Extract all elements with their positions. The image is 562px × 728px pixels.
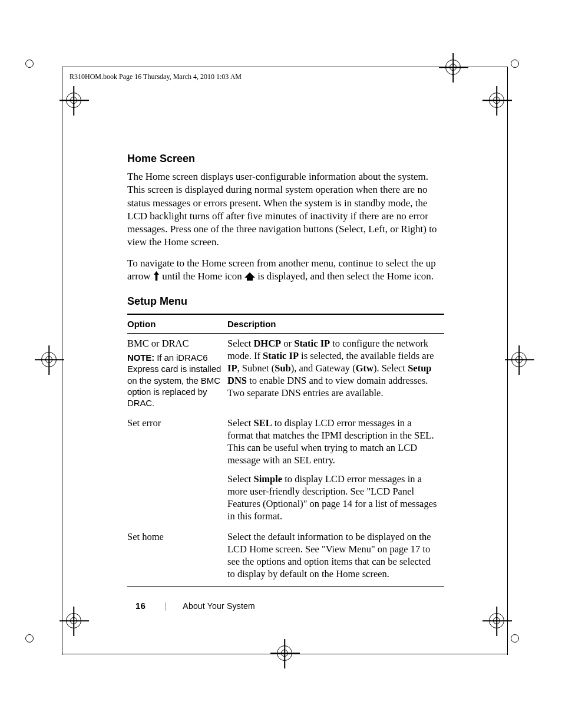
- option-bmc-drac: BMC or DRAC: [127, 337, 222, 350]
- home-icon: [244, 271, 255, 284]
- crop-target: [445, 60, 461, 75]
- heading-home-screen: Home Screen: [127, 152, 444, 166]
- option-set-home: Set home: [127, 527, 227, 587]
- crop-target: [277, 645, 292, 661]
- paragraph-home-1: The Home screen displays user-configurab…: [127, 170, 444, 249]
- page-number: 16: [135, 601, 146, 611]
- crop-target: [41, 352, 57, 367]
- page-content: Home Screen The Home screen displays use…: [127, 152, 444, 587]
- crop-target: [511, 352, 527, 367]
- table-row: Set error Select SEL to display LCD erro…: [127, 413, 444, 527]
- page-footer: 16 | About Your System: [135, 600, 255, 612]
- col-header-description: Description: [227, 314, 444, 334]
- crop-target: [66, 613, 81, 628]
- heading-setup-menu: Setup Menu: [127, 295, 444, 308]
- crop-target: [489, 613, 504, 628]
- col-header-option: Option: [127, 314, 227, 334]
- paragraph-home-2: To navigate to the Home screen from anot…: [127, 257, 444, 284]
- desc-set-home: Select the default information to be dis…: [227, 527, 444, 587]
- desc-bmc-drac: Select DHCP or Static IP to configure th…: [227, 334, 444, 414]
- table-row: BMC or DRAC NOTE: If an iDRAC6 Express c…: [127, 334, 444, 414]
- crop-target: [489, 93, 504, 108]
- table-row: Set home Select the default information …: [127, 527, 444, 587]
- option-set-error: Set error: [127, 413, 227, 527]
- desc-set-error: Select SEL to display LCD error messages…: [227, 413, 444, 527]
- running-head: R310HOM.book Page 16 Thursday, March 4, …: [70, 73, 242, 82]
- crop-target: [66, 93, 81, 108]
- setup-menu-table: Option Description BMC or DRAC NOTE: If …: [127, 314, 444, 587]
- option-bmc-note: NOTE: If an iDRAC6 Express card is insta…: [127, 352, 222, 409]
- up-arrow-icon: [153, 271, 160, 284]
- footer-divider: |: [164, 601, 167, 611]
- footer-section: About Your System: [183, 601, 254, 611]
